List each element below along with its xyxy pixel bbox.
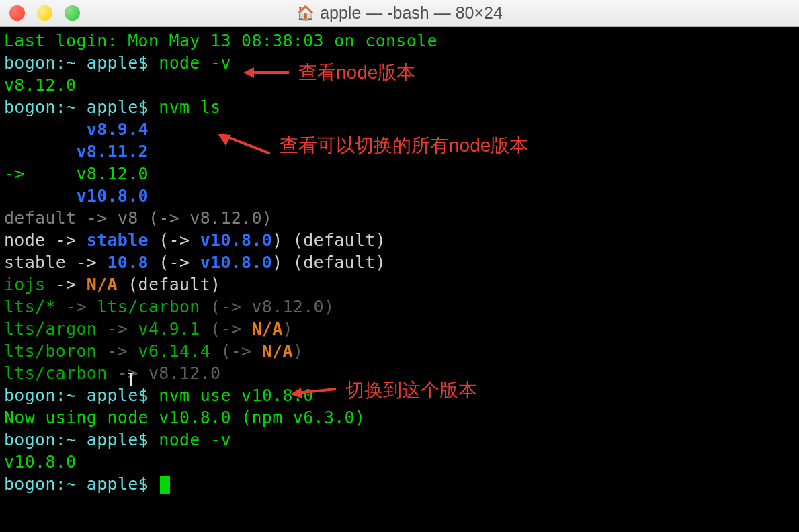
window-title: 🏠 apple — -bash — 80×24 <box>296 3 503 23</box>
version-1: v8.9.4 <box>4 118 795 140</box>
prompt-idle: bogon:~ apple$ <box>4 473 795 495</box>
prompt-node-v-2: bogon:~ apple$ node -v <box>4 429 795 451</box>
out-node-v-2: v10.8.0 <box>4 451 795 473</box>
close-icon[interactable] <box>9 5 25 21</box>
lts-star: lts/* -> lts/carbon (-> v8.12.0) <box>4 296 795 318</box>
last-login-line: Last login: Mon May 13 08:38:03 on conso… <box>4 30 795 52</box>
prompt-nvm-ls: bogon:~ apple$ nvm ls <box>4 96 795 118</box>
title-text: apple — -bash — 80×24 <box>320 3 503 23</box>
prompt-node-v-1: bogon:~ apple$ node -v <box>4 52 795 74</box>
alias-iojs: iojs -> N/A (default) <box>4 273 795 296</box>
lts-argon: lts/argon -> v4.9.1 (-> N/A) <box>4 318 795 340</box>
version-current: -> v8.12.0 <box>4 163 795 185</box>
out-node-v-1: v8.12.0 <box>4 74 795 96</box>
lts-carbon: lts/carbon -> v8.12.0 <box>4 362 795 384</box>
traffic-lights <box>9 5 80 21</box>
zoom-icon[interactable] <box>65 5 80 21</box>
cursor-icon <box>160 476 170 494</box>
terminal-body[interactable]: Last login: Mon May 13 08:38:03 on conso… <box>0 27 799 498</box>
home-icon: 🏠 <box>296 5 314 22</box>
prompt-nvm-use: bogon:~ apple$ nvm use v10.8.0 <box>4 384 795 406</box>
version-4: v10.8.0 <box>4 185 795 207</box>
out-nvm-use: Now using node v10.8.0 (npm v6.3.0) <box>4 406 795 429</box>
alias-stable: stable -> 10.8 (-> v10.8.0) (default) <box>4 251 795 273</box>
terminal-window: 🏠 apple — -bash — 80×24 Last login: Mon … <box>0 0 799 532</box>
minimize-icon[interactable] <box>37 5 52 21</box>
version-2: v8.11.2 <box>4 140 795 163</box>
alias-default: default -> v8 (-> v8.12.0) <box>4 207 795 229</box>
lts-boron: lts/boron -> v6.14.4 (-> N/A) <box>4 340 795 362</box>
alias-node: node -> stable (-> v10.8.0) (default) <box>4 229 795 251</box>
window-titlebar[interactable]: 🏠 apple — -bash — 80×24 <box>0 0 799 27</box>
